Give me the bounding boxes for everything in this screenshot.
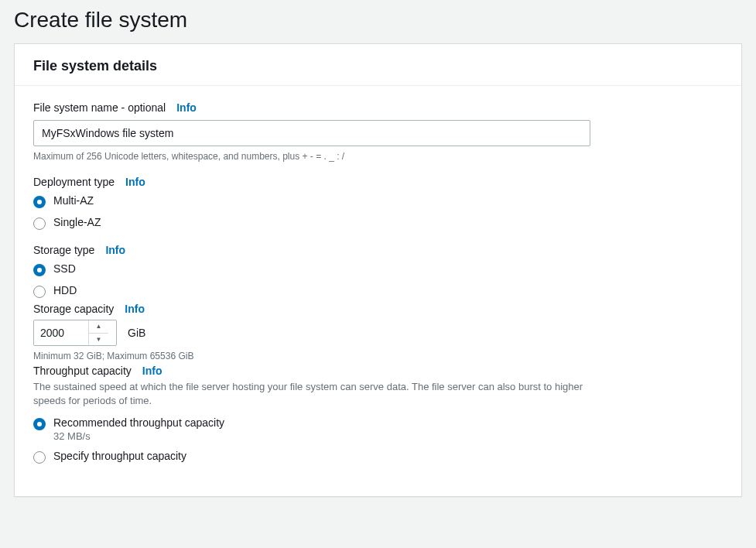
throughput-capacity-description: The sustained speed at which the file se… [33,380,590,407]
page-title: Create file system [14,8,742,33]
file-system-name-group: File system name - optional Info Maximum… [33,101,723,162]
stepper-down-button[interactable]: ▼ [89,333,108,346]
radio-icon [33,418,46,430]
deployment-type-info-link[interactable]: Info [125,176,145,188]
storage-capacity-label: Storage capacity [33,303,114,315]
file-system-name-label: File system name - optional [33,101,166,114]
radio-label: HDD [53,284,77,296]
throughput-capacity-group: Throughput capacity Info The sustained s… [33,365,723,464]
storage-type-info-link[interactable]: Info [105,244,125,256]
radio-label: Specify throughput capacity [53,450,186,462]
stepper-buttons: ▲ ▼ [88,320,108,345]
radio-icon [33,217,46,230]
deployment-type-label: Deployment type [33,176,115,188]
deployment-single-az-radio[interactable]: Single-AZ [33,216,723,230]
storage-capacity-stepper[interactable]: ▲ ▼ [33,320,117,346]
storage-capacity-input[interactable] [34,324,88,342]
deployment-type-group: Deployment type Info Multi-AZ Single-AZ [33,176,723,230]
file-system-name-input[interactable] [33,120,590,146]
storage-type-hdd-radio[interactable]: HDD [33,284,723,298]
deployment-multi-az-radio[interactable]: Multi-AZ [33,194,723,208]
storage-capacity-unit: GiB [128,327,145,339]
throughput-recommended-radio[interactable]: Recommended throughput capacity 32 MB/s [33,416,723,442]
radio-label: Multi-AZ [53,194,94,207]
file-system-name-info-link[interactable]: Info [176,101,197,114]
throughput-capacity-label: Throughput capacity [33,365,132,377]
radio-label: Single-AZ [53,216,101,228]
stepper-up-button[interactable]: ▲ [89,320,108,333]
radio-label: Recommended throughput capacity [53,416,224,429]
storage-type-group: Storage type Info SSD HDD [33,244,723,298]
storage-type-label: Storage type [33,244,94,256]
radio-icon [33,451,46,464]
radio-label: SSD [53,262,76,275]
panel-title: File system details [33,58,723,74]
throughput-capacity-info-link[interactable]: Info [142,365,162,377]
file-system-name-helper: Maximum of 256 Unicode letters, whitespa… [33,151,723,162]
storage-capacity-helper: Minimum 32 GiB; Maximum 65536 GiB [33,351,723,361]
storage-capacity-group: Storage capacity Info ▲ ▼ GiB Minimum 32… [33,303,723,361]
radio-icon [33,196,46,208]
file-system-details-panel: File system details File system name - o… [14,43,742,497]
radio-sublabel: 32 MB/s [53,430,224,442]
radio-icon [33,264,46,276]
storage-capacity-info-link[interactable]: Info [125,303,145,315]
radio-icon [33,286,46,298]
panel-header: File system details [15,44,741,86]
throughput-specify-radio[interactable]: Specify throughput capacity [33,450,723,464]
storage-type-ssd-radio[interactable]: SSD [33,262,723,276]
